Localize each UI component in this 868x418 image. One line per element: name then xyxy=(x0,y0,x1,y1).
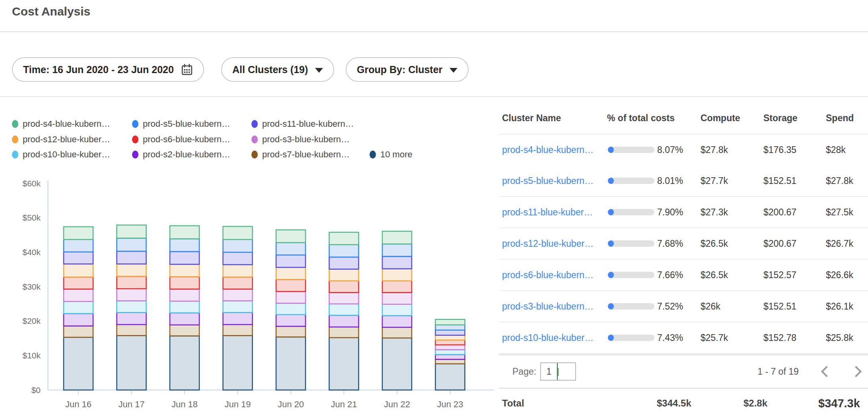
time-range-label: Time: 16 Jun 2020 - 23 Jun 2020 xyxy=(23,64,174,75)
svg-text:$20k: $20k xyxy=(22,316,41,325)
legend-item[interactable]: prod-s11-blue-kubern… xyxy=(251,119,354,129)
legend-item[interactable]: prod-s6-blue-kubern… xyxy=(132,134,230,145)
pct-progress-bar xyxy=(608,147,654,153)
pct-progress-bar xyxy=(608,209,654,215)
column-header-compute: Compute xyxy=(701,113,740,124)
legend-item[interactable]: 10 more xyxy=(370,149,413,160)
legend-item[interactable]: prod-s2-blue-kubern… xyxy=(132,149,230,160)
column-header-pct: % of total costs xyxy=(607,113,675,124)
pct-progress-fill xyxy=(608,147,614,153)
svg-text:Jun 16: Jun 16 xyxy=(65,399,91,409)
column-header-spend: Spend xyxy=(826,113,854,124)
pct-progress-fill xyxy=(608,303,614,310)
legend-item[interactable]: prod-s7-blue-kubern… xyxy=(251,149,350,160)
pct-value: 8.07% xyxy=(657,144,683,155)
clusters-filter-dropdown[interactable]: All Clusters (19) xyxy=(221,57,334,82)
compute-value: $27.7k xyxy=(701,176,728,186)
compute-value: $26k xyxy=(701,301,720,312)
total-spend-value: $347.3k xyxy=(818,397,860,410)
page-number-value: 1 xyxy=(541,366,557,377)
spend-value: $26.7k xyxy=(826,238,853,249)
svg-text:Jun 23: Jun 23 xyxy=(437,399,463,409)
spend-value: $26.6k xyxy=(826,270,853,281)
legend-item[interactable]: prod-s3-blue-kubern… xyxy=(251,134,350,145)
pct-progress-bar xyxy=(608,240,654,247)
cluster-cost-table: Cluster Name % of total costs Compute St… xyxy=(499,107,868,418)
pagination-range: 1 - 7 of 19 xyxy=(756,366,800,377)
pct-progress-fill xyxy=(608,272,614,278)
select-chevron-area xyxy=(558,368,575,375)
legend-dot xyxy=(12,135,18,143)
storage-value: $152.51 xyxy=(763,301,796,312)
svg-text:Jun 20: Jun 20 xyxy=(278,399,304,409)
compute-value: $27.8k xyxy=(701,144,728,155)
cluster-name-link[interactable]: prod-s12-blue-kuber… xyxy=(502,238,594,249)
spend-value: $25.8k xyxy=(826,333,853,343)
cost-analysis-page: Cost Analysis Time: 16 Jun 2020 - 23 Jun… xyxy=(0,0,868,418)
pct-progress-fill xyxy=(608,178,614,184)
spend-value: $27.8k xyxy=(826,176,853,186)
legend-item[interactable]: prod-s5-blue-kubern… xyxy=(132,119,230,129)
time-range-filter-button[interactable]: Time: 16 Jun 2020 - 23 Jun 2020 xyxy=(12,57,204,82)
group-by-dropdown[interactable]: Group By: Cluster xyxy=(346,57,469,82)
column-header-storage: Storage xyxy=(763,113,798,124)
pct-progress-fill xyxy=(608,209,614,215)
svg-text:Jun 21: Jun 21 xyxy=(331,399,357,409)
pct-value: 7.43% xyxy=(657,333,683,343)
pct-progress-bar xyxy=(608,335,654,341)
storage-value: $176.35 xyxy=(763,144,796,155)
page-number-select[interactable]: 1 xyxy=(540,362,576,381)
compute-value: $25.7k xyxy=(701,333,728,343)
table-row: prod-s3-blue-kubern… 7.52% $26k $152.51 … xyxy=(499,291,868,322)
compute-value: $26.5k xyxy=(701,238,728,249)
page-title: Cost Analysis xyxy=(12,5,90,18)
pct-value: 7.52% xyxy=(657,301,683,312)
storage-value: $200.67 xyxy=(763,207,796,218)
svg-text:$30k: $30k xyxy=(22,282,41,291)
storage-value: $200.67 xyxy=(763,238,796,249)
pct-value: 7.68% xyxy=(657,238,683,249)
legend-label: 10 more xyxy=(380,149,413,160)
legend-dot xyxy=(370,151,376,159)
cluster-name-link[interactable]: prod-s6-blue-kubern… xyxy=(502,270,594,281)
legend-label: prod-s10-blue-kuber… xyxy=(23,149,110,160)
legend-item[interactable]: prod-s4-blue-kubern… xyxy=(12,119,110,129)
storage-value: $152.51 xyxy=(763,176,796,186)
table-row: prod-s4-blue-kubern… 8.07% $27.8k $176.3… xyxy=(499,134,868,165)
pct-progress-fill xyxy=(608,335,614,341)
cluster-name-link[interactable]: prod-s5-blue-kubern… xyxy=(502,176,594,186)
chevron-down-icon xyxy=(558,368,559,376)
compute-value: $26.5k xyxy=(701,270,728,281)
legend-label: prod-s4-blue-kubern… xyxy=(23,119,110,129)
legend-item[interactable]: prod-s12-blue-kuber… xyxy=(12,134,110,145)
legend-item[interactable]: prod-s10-blue-kuber… xyxy=(12,149,110,160)
cluster-name-link[interactable]: prod-s4-blue-kubern… xyxy=(502,144,594,155)
previous-page-button[interactable] xyxy=(817,364,833,379)
chevron-left-icon xyxy=(821,366,832,377)
table-row: prod-s11-blue-kuber… 7.90% $27.3k $200.6… xyxy=(499,197,868,228)
header-divider xyxy=(0,31,868,32)
storage-value: $152.78 xyxy=(763,333,796,343)
chevron-right-icon xyxy=(850,366,862,377)
svg-text:$0: $0 xyxy=(31,385,41,395)
svg-text:$60k: $60k xyxy=(22,179,41,188)
svg-text:Jun 19: Jun 19 xyxy=(224,399,251,409)
next-page-button[interactable] xyxy=(849,364,865,379)
cluster-name-link[interactable]: prod-s3-blue-kubern… xyxy=(502,301,594,312)
cluster-name-link[interactable]: prod-s10-blue-kuber… xyxy=(502,333,594,343)
svg-text:Jun 22: Jun 22 xyxy=(384,399,410,409)
group-by-label: Group By: Cluster xyxy=(357,64,442,75)
svg-text:$50k: $50k xyxy=(22,213,41,222)
pct-value: 7.66% xyxy=(657,270,683,281)
legend-dot xyxy=(12,120,18,128)
chevron-down-icon xyxy=(450,68,457,73)
table-row: prod-s10-blue-kuber… 7.43% $25.7k $152.7… xyxy=(499,322,868,354)
spend-value: $27.5k xyxy=(826,207,853,218)
legend-label: prod-s11-blue-kubern… xyxy=(262,119,354,129)
cluster-name-link[interactable]: prod-s11-blue-kuber… xyxy=(502,207,593,218)
pct-progress-bar xyxy=(608,178,654,184)
table-row: prod-s5-blue-kubern… 8.01% $27.7k $152.5… xyxy=(499,165,868,197)
clusters-filter-label: All Clusters (19) xyxy=(232,64,308,75)
svg-text:$40k: $40k xyxy=(22,248,41,257)
legend-label: prod-s7-blue-kubern… xyxy=(262,149,350,160)
